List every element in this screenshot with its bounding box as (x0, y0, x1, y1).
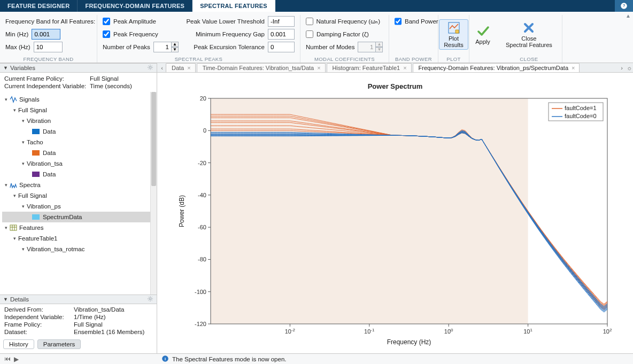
tree-node-label: Full Signal (18, 107, 47, 113)
min-gap-input[interactable] (268, 29, 295, 40)
doc-tab-gear-icon[interactable]: ☼ (626, 65, 633, 71)
tree-node-tacho[interactable]: ▾Tacho (2, 137, 157, 148)
svg-text:10-1: 10-1 (364, 328, 375, 335)
doc-tab-freq-domain[interactable]: Frequency-Domain Features: Vibration_ps/… (413, 63, 580, 72)
plot-results-button[interactable]: Plot Results (439, 19, 468, 50)
tree-node-spectra[interactable]: ▾ Spectra (2, 180, 157, 190)
details-indep-value: 1/Time (Hz) (74, 314, 106, 320)
band-power-checkbox[interactable] (395, 18, 402, 25)
doc-tab-close-icon[interactable]: × (403, 65, 406, 71)
tree-node-label: Tacho (27, 139, 43, 145)
tree-node-vibration-tsa-rotmac[interactable]: ▾Vibration_tsa_rotmac (2, 244, 157, 254)
variables-gear-icon[interactable] (147, 64, 153, 72)
toolstrip-collapse-icon[interactable]: ▲ (626, 12, 631, 19)
variables-scrollbar[interactable] (150, 92, 157, 295)
peak-amplitude-checkbox[interactable] (103, 18, 110, 25)
footer-play-icon[interactable]: ▶ (14, 355, 19, 363)
details-title: Details (10, 296, 29, 303)
tree-node-label: Spectra (19, 182, 41, 188)
tree-node-spectra-full-signal[interactable]: ▾Full Signal (2, 190, 157, 201)
footer-back-icon[interactable]: ⏮ (4, 355, 11, 363)
tab-frequency-domain-features[interactable]: FREQUENCY-DOMAIN FEATURES (78, 0, 192, 12)
num-modes-input (358, 42, 376, 52)
details-dataset-label: Dataset: (4, 329, 74, 335)
variables-panel-header[interactable]: ▼ Variables (0, 63, 157, 73)
signal-icon (10, 96, 17, 103)
details-gear-icon[interactable] (147, 296, 153, 303)
group-title-frequency-band: FREQUENCY BAND (0, 56, 97, 62)
svg-point-3 (149, 66, 151, 68)
svg-text:-20: -20 (198, 160, 206, 166)
close-spectral-button[interactable]: Close Spectral Features (501, 20, 557, 49)
tree-node-vibration-data[interactable]: Data (2, 126, 157, 137)
damping-factor-checkbox[interactable] (306, 30, 313, 38)
min-gap-label: Minimum Frequency Gap (196, 31, 265, 37)
doc-tab-histogram[interactable]: Histogram: FeatureTable1× (327, 63, 412, 72)
min-hz-input[interactable] (32, 29, 60, 40)
svg-text:101: 101 (523, 328, 532, 335)
doc-tab-data[interactable]: Data× (166, 63, 196, 72)
doc-tab-time-domain[interactable]: Time-Domain Features: Vibration_tsa/Data… (197, 63, 326, 72)
doc-tab-close-icon[interactable]: × (317, 65, 320, 71)
frame-policy-label: Current Frame Policy: (4, 75, 90, 82)
details-panel-header[interactable]: ▼ Details (0, 295, 157, 304)
plot-panel: Power Spectrum 10-210-1100101102-120-100… (157, 73, 633, 353)
collapse-triangle-icon: ▼ (3, 297, 8, 302)
peak-amplitude-label: Peak Amplitude (113, 18, 156, 25)
tree-node-features[interactable]: ▾ Features (2, 222, 157, 233)
plot-results-label: Plot Results (444, 35, 464, 48)
natural-frequency-checkbox[interactable] (306, 18, 313, 25)
peak-frequency-checkbox[interactable] (103, 30, 110, 38)
help-button[interactable]: ? (615, 0, 633, 12)
svg-text:i: i (165, 356, 166, 361)
tree-node-vibration[interactable]: ▾Vibration (2, 115, 157, 126)
peak-frequency-label: Peak Frequency (113, 31, 158, 37)
info-icon: i (161, 355, 169, 363)
num-peaks-input[interactable] (153, 42, 172, 52)
num-peaks-label: Number of Peaks (103, 44, 150, 50)
threshold-input[interactable] (268, 16, 295, 27)
excursion-input[interactable] (268, 42, 295, 52)
svg-text:-80: -80 (198, 256, 206, 262)
max-hz-input[interactable] (34, 42, 63, 52)
tree-node-feature-table[interactable]: ▾FeatureTable1 (2, 233, 157, 244)
tree-node-spectrum-data[interactable]: SpectrumData (2, 212, 157, 222)
tab-parameters[interactable]: Parameters (37, 339, 81, 349)
group-title-close: CLOSE (496, 56, 562, 62)
doc-tab-close-icon[interactable]: × (572, 65, 575, 71)
close-spectral-label: Close Spectral Features (506, 35, 552, 48)
tab-feature-designer[interactable]: FEATURE DESIGNER (0, 0, 78, 12)
group-title-band-power: BAND POWER (389, 56, 438, 62)
group-title-spectral-peaks: SPECTRAL PEAKS (97, 56, 300, 62)
num-peaks-spinner[interactable]: ▲▼ (171, 42, 179, 52)
variables-meta: Current Frame Policy:Full Signal Current… (0, 73, 157, 92)
doc-tab-next-icon[interactable]: › (618, 65, 626, 71)
tree-node-vibration-tsa[interactable]: ▾Vibration_tsa (2, 158, 157, 169)
apply-button[interactable]: Apply (468, 23, 497, 46)
svg-text:-40: -40 (198, 192, 206, 198)
tree-node-full-signal[interactable]: ▾Full Signal (2, 105, 157, 115)
tree-node-vibration-tsa-data[interactable]: Data (2, 169, 157, 180)
details-tabs: History Parameters (0, 337, 157, 353)
tab-spectral-features[interactable]: SPECTRAL FEATURES (192, 0, 275, 12)
freq-band-legend: Frequency Band for All Features: (5, 18, 95, 25)
details-indep-label: Independent Variable: (4, 314, 74, 320)
close-icon (522, 21, 536, 35)
frame-policy-value: Full Signal (90, 75, 119, 82)
tree-node-vibration-ps[interactable]: ▾Vibration_ps (2, 201, 157, 212)
table-icon (10, 224, 17, 231)
svg-text:0: 0 (203, 127, 206, 134)
num-modes-label: Number of Modes (306, 44, 354, 50)
svg-text:Frequency (Hz): Frequency (Hz) (387, 338, 431, 346)
doc-tab-prev-icon[interactable]: ‹ (158, 65, 166, 71)
tree-node-signals[interactable]: ▾ Signals (2, 94, 157, 105)
indep-var-value: Time (seconds) (90, 83, 132, 89)
power-spectrum-plot[interactable]: 10-210-1100101102-120-100-80-60-40-20020… (173, 92, 617, 349)
svg-text:faultCode=1: faultCode=1 (565, 105, 597, 111)
doc-tab-close-icon[interactable]: × (187, 65, 190, 71)
variables-title: Variables (10, 65, 35, 71)
tree-node-tacho-data[interactable]: Data (2, 148, 157, 158)
details-frame-label: Frame Policy: (4, 321, 74, 328)
tab-history[interactable]: History (3, 339, 34, 349)
doc-tab-label: Histogram: FeatureTable1 (333, 65, 400, 71)
